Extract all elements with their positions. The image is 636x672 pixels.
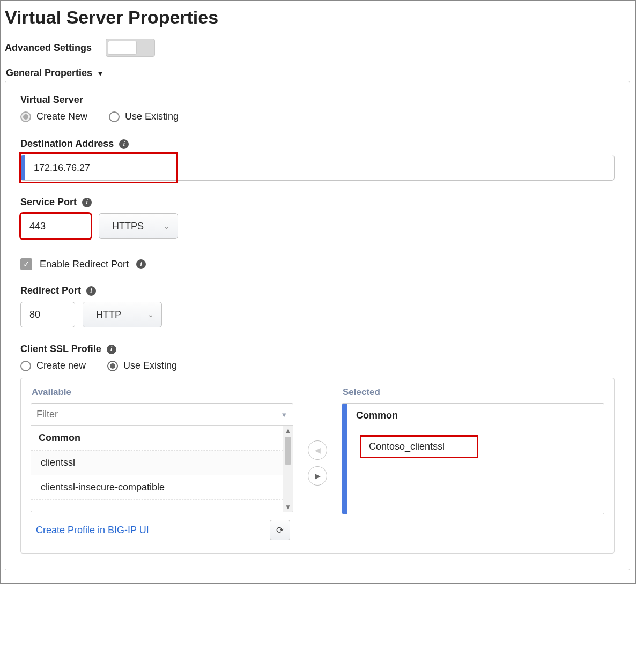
info-icon[interactable]: i xyxy=(136,259,146,269)
selected-item-row[interactable]: Contoso_clientssl xyxy=(347,428,604,463)
service-port-input[interactable] xyxy=(21,214,91,238)
info-icon[interactable]: i xyxy=(107,345,116,354)
general-properties-header[interactable]: General Properties ▼ xyxy=(6,68,630,79)
scrollbar[interactable]: ▲ ▼ xyxy=(283,426,293,512)
virtual-server-use-existing-label: Use Existing xyxy=(125,111,179,122)
info-icon[interactable]: i xyxy=(82,198,92,207)
virtual-server-create-new-label: Create New xyxy=(36,111,87,122)
required-bar xyxy=(342,404,347,514)
available-group-header: Common xyxy=(31,426,283,451)
scroll-up-icon[interactable]: ▲ xyxy=(285,426,291,436)
create-profile-link[interactable]: Create Profile in BIG-IP UI xyxy=(36,525,149,536)
selected-item: Contoso_clientssl xyxy=(361,437,477,457)
virtual-server-label: Virtual Server xyxy=(20,94,615,106)
refresh-button[interactable]: ⟳ xyxy=(270,520,290,540)
service-port-protocol-value: HTTPS xyxy=(103,221,156,232)
client-ssl-use-existing-label: Use Existing xyxy=(123,360,177,371)
info-icon[interactable]: i xyxy=(119,139,129,149)
general-properties-label: General Properties xyxy=(6,68,92,79)
destination-address-field-wrap xyxy=(20,155,615,181)
selected-group-header: Common xyxy=(347,404,604,428)
redirect-port-label: Redirect Port xyxy=(20,285,81,296)
available-list-box: ▾ Common clientssl clientssl-insecure-co… xyxy=(31,403,293,512)
ssl-profile-picker: Available ▾ Common clientssl clientssl-i… xyxy=(20,378,615,554)
available-item[interactable]: clientssl-insecure-compatible xyxy=(31,475,283,500)
radio-icon xyxy=(107,361,118,371)
toggle-knob xyxy=(108,41,137,55)
destination-address-label: Destination Address xyxy=(20,138,114,150)
refresh-icon: ⟳ xyxy=(276,525,284,536)
virtual-server-create-new-option[interactable]: Create New xyxy=(20,111,87,122)
move-right-button[interactable]: ▶ xyxy=(308,466,327,486)
enable-redirect-port-label: Enable Redirect Port xyxy=(40,259,129,270)
radio-icon xyxy=(20,361,31,371)
virtual-server-use-existing-option[interactable]: Use Existing xyxy=(109,111,179,122)
filter-icon[interactable]: ▾ xyxy=(276,410,293,420)
redirect-port-protocol-value: HTTP xyxy=(87,309,140,320)
redirect-port-input[interactable] xyxy=(21,302,75,327)
selected-list-box: Common Contoso_clientssl xyxy=(342,403,604,514)
scroll-thumb[interactable] xyxy=(285,437,291,465)
general-properties-panel: Virtual Server Create New Use Existing D… xyxy=(5,81,630,570)
chevron-down-icon: ⌄ xyxy=(140,310,161,319)
required-bar xyxy=(21,155,25,180)
available-header: Available xyxy=(32,387,293,398)
move-left-button[interactable]: ◀ xyxy=(308,440,327,460)
radio-icon xyxy=(20,111,31,122)
redirect-port-field-wrap xyxy=(20,302,75,327)
destination-address-input[interactable] xyxy=(25,155,614,180)
triangle-left-icon: ◀ xyxy=(315,446,321,454)
virtual-server-label-text: Virtual Server xyxy=(20,94,83,106)
triangle-right-icon: ▶ xyxy=(315,472,321,480)
redirect-port-protocol-select[interactable]: HTTP ⌄ xyxy=(83,302,162,327)
available-item[interactable]: clientssl xyxy=(31,451,283,475)
enable-redirect-port-checkbox[interactable]: ✓ xyxy=(20,258,32,270)
advanced-settings-label: Advanced Settings xyxy=(5,42,92,54)
info-icon[interactable]: i xyxy=(86,286,96,296)
scroll-down-icon[interactable]: ▼ xyxy=(285,502,291,512)
service-port-field-wrap xyxy=(20,213,91,239)
available-filter-input[interactable] xyxy=(31,409,276,420)
service-port-label: Service Port xyxy=(20,197,77,208)
client-ssl-profile-label: Client SSL Profile xyxy=(20,344,101,355)
page-title: Virtual Server Properties xyxy=(5,7,630,28)
advanced-settings-toggle[interactable] xyxy=(106,39,155,57)
chevron-down-icon: ⌄ xyxy=(156,222,178,230)
service-port-protocol-select[interactable]: HTTPS ⌄ xyxy=(99,213,178,239)
client-ssl-create-new-label: Create new xyxy=(36,360,86,371)
selected-header: Selected xyxy=(343,387,604,398)
radio-icon xyxy=(109,111,120,122)
client-ssl-create-new-option[interactable]: Create new xyxy=(20,360,86,371)
client-ssl-use-existing-option[interactable]: Use Existing xyxy=(107,360,177,371)
caret-down-icon: ▼ xyxy=(97,69,104,78)
